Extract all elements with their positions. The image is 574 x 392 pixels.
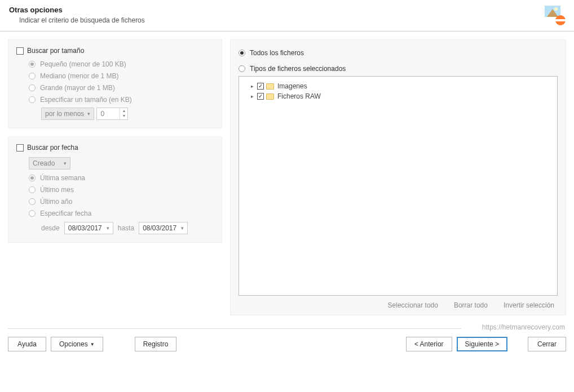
next-button[interactable]: Siguiente > [457, 337, 507, 351]
clear-all-link[interactable]: Borrar todo [454, 301, 488, 309]
size-small-label: Pequeño (menor de 100 KB) [40, 60, 126, 68]
size-specify-radio[interactable] [29, 96, 36, 103]
date-month-radio[interactable] [29, 186, 36, 193]
date-specify-radio[interactable] [29, 210, 36, 217]
file-types-panel: Todos los ficheros Tipos de ficheros sel… [230, 39, 566, 315]
search-by-date-label: Buscar por fecha [27, 144, 78, 152]
expand-icon[interactable]: ▸ [249, 93, 255, 99]
chevron-down-icon: ▾ [64, 161, 67, 166]
expand-icon[interactable]: ▸ [249, 83, 255, 89]
search-by-size-panel: Buscar por tamaño Pequeño (menor de 100 … [8, 39, 222, 128]
size-value-input[interactable]: 0 ▲ ▼ [96, 108, 128, 120]
size-large-radio[interactable] [29, 84, 36, 91]
search-by-date-checkbox[interactable] [16, 144, 24, 152]
selected-types-label: Tipos de ficheros seleccionados [250, 65, 346, 73]
size-value: 0 [97, 108, 120, 119]
svg-rect-4 [555, 19, 566, 21]
date-from-input[interactable]: 08/03/2017 ▾ [64, 222, 113, 234]
back-button[interactable]: < Anterior [406, 337, 452, 351]
tree-checkbox[interactable] [257, 93, 264, 100]
spinner-down-icon[interactable]: ▼ [120, 113, 127, 118]
bottom-toolbar: Ayuda Opciones ▼ Registro < Anterior Sig… [0, 333, 574, 357]
size-comparator-value: por lo menos [45, 110, 84, 118]
wizard-header: Otras opciones Indicar el criterio de bú… [0, 0, 574, 28]
date-to-label: hasta [118, 224, 134, 232]
date-mode-select[interactable]: Creado ▾ [29, 157, 70, 170]
date-month-label: Último mes [40, 186, 74, 194]
date-year-radio[interactable] [29, 198, 36, 205]
tree-item-label: Ficheros RAW [277, 92, 321, 100]
file-types-tree[interactable]: ▸ Imagenes ▸ Ficheros RAW [239, 76, 558, 296]
date-week-label: Última semana [40, 174, 85, 182]
chevron-down-icon: ▾ [107, 225, 109, 231]
date-from-value: 08/03/2017 [68, 224, 102, 232]
close-button[interactable]: Cerrar [528, 337, 566, 351]
chevron-down-icon: ▾ [181, 225, 184, 231]
footer-url[interactable]: https://hetmanrecovery.com [0, 323, 574, 333]
all-files-radio[interactable] [239, 50, 245, 56]
size-large-label: Grande (mayor de 1 MB) [40, 84, 115, 92]
register-button[interactable]: Registro [135, 337, 177, 351]
caret-down-icon: ▼ [90, 342, 95, 347]
invert-selection-link[interactable]: Invertir selección [504, 301, 554, 309]
search-by-size-checkbox[interactable] [16, 47, 24, 55]
size-small-radio[interactable] [29, 61, 36, 68]
search-by-size-label: Buscar por tamaño [27, 47, 84, 55]
tree-item-raw[interactable]: ▸ Ficheros RAW [245, 91, 551, 101]
size-medium-radio[interactable] [29, 73, 36, 79]
options-button-label: Opciones [59, 340, 88, 348]
options-button[interactable]: Opciones ▼ [51, 337, 103, 351]
page-subtitle: Indicar el criterio de búsqueda de fiche… [19, 16, 565, 24]
select-all-link[interactable]: Seleccionar todo [388, 301, 438, 309]
date-mode-value: Creado [33, 159, 55, 167]
size-comparator-select[interactable]: por lo menos ▾ [41, 108, 94, 120]
folder-icon [266, 93, 274, 100]
selected-types-radio[interactable] [239, 65, 245, 72]
date-year-label: Último año [40, 198, 72, 206]
page-title: Otras opciones [9, 6, 565, 14]
date-week-radio[interactable] [29, 175, 36, 181]
folder-icon [266, 83, 274, 90]
tree-item-images[interactable]: ▸ Imagenes [245, 81, 551, 91]
spinner-up-icon[interactable]: ▲ [120, 108, 127, 113]
chevron-down-icon: ▾ [87, 111, 90, 117]
search-by-date-panel: Buscar por fecha Creado ▾ Última semana … [8, 136, 222, 243]
size-medium-label: Mediano (menor de 1 MB) [40, 72, 118, 80]
tree-checkbox[interactable] [257, 83, 264, 90]
date-specify-label: Especificar fecha [40, 210, 91, 217]
size-specify-label: Especificar un tamaño (en KB) [40, 96, 132, 104]
app-logo-icon [544, 3, 566, 26]
date-to-value: 08/03/2017 [143, 224, 176, 232]
all-files-label: Todos los ficheros [250, 49, 304, 57]
tree-item-label: Imagenes [277, 82, 307, 90]
date-from-label: desde [41, 224, 60, 232]
help-button[interactable]: Ayuda [8, 337, 46, 351]
date-to-input[interactable]: 08/03/2017 ▾ [139, 222, 188, 234]
svg-point-2 [554, 7, 558, 11]
